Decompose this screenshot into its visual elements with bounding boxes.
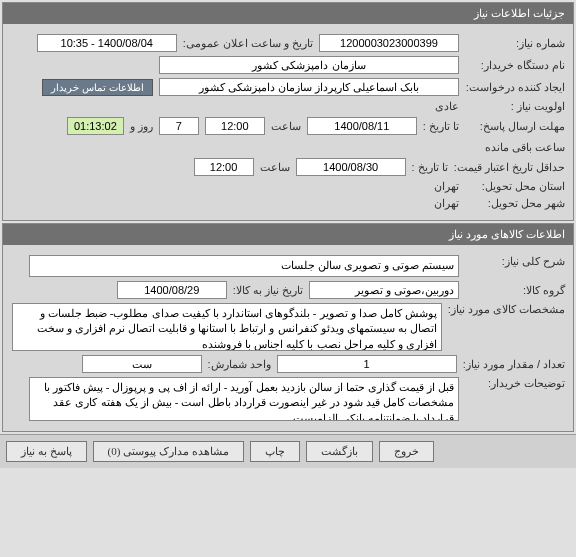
deadline-label: مهلت ارسال پاسخ: <box>465 120 565 133</box>
footer-toolbar: پاسخ به نیاز مشاهده مدارک پیوستی (0) چاپ… <box>0 434 576 468</box>
priority-label: اولویت نیاز : <box>465 100 565 113</box>
buyer-label: نام دستگاه خریدار: <box>465 59 565 72</box>
deliver-city-label: شهر محل تحویل: <box>465 197 565 210</box>
exit-button[interactable]: خروج <box>379 441 434 462</box>
announce-label: تاریخ و ساعت اعلان عمومی: <box>183 37 313 50</box>
spec-label: مشخصات کالای مورد نیاز: <box>448 303 565 316</box>
buyer-field[interactable] <box>159 56 459 74</box>
reply-button[interactable]: پاسخ به نیاز <box>6 441 87 462</box>
remain-label: ساعت باقی مانده <box>485 141 565 154</box>
panel2-header: اطلاعات کالاهای مورد نیاز <box>3 224 573 245</box>
unit-field[interactable] <box>82 355 202 373</box>
gen-desc-field[interactable] <box>29 255 459 277</box>
spec-field[interactable] <box>12 303 442 351</box>
days-field[interactable] <box>159 117 199 135</box>
panel1-header: جزئیات اطلاعات نیاز <box>3 3 573 24</box>
announce-field[interactable] <box>37 34 177 52</box>
panel2-body: شرح کلی نیاز: گروه کالا: تاریخ نیاز به ک… <box>3 245 573 431</box>
qty-label: تعداد / مقدار مورد نیاز: <box>463 358 565 371</box>
print-button[interactable]: چاپ <box>250 441 300 462</box>
buyer-notes-label: توضیحات خریدار: <box>465 377 565 390</box>
deliver-state-label: استان محل تحویل: <box>465 180 565 193</box>
group-field[interactable] <box>309 281 459 299</box>
qty-field[interactable] <box>277 355 457 373</box>
unit-label: واحد شمارش: <box>208 358 271 371</box>
validity-label: حداقل تاریخ اعتبار قیمت: <box>454 161 565 174</box>
validity-time-field[interactable] <box>194 158 254 176</box>
goods-info-panel: اطلاعات کالاهای مورد نیاز شرح کلی نیاز: … <box>2 223 574 432</box>
deliver-state-value: تهران <box>434 180 459 193</box>
need-date-field[interactable] <box>117 281 227 299</box>
to-date-label-2: تا تاریخ : <box>412 161 448 174</box>
need-info-panel: جزئیات اطلاعات نیاز شماره نیاز: تاریخ و … <box>2 2 574 221</box>
need-no-field[interactable] <box>319 34 459 52</box>
group-label: گروه کالا: <box>465 284 565 297</box>
buyer-notes-field[interactable] <box>29 377 459 421</box>
countdown-timer: 01:13:02 <box>67 117 124 135</box>
need-no-label: شماره نیاز: <box>465 37 565 50</box>
validity-date-field[interactable] <box>296 158 406 176</box>
back-button[interactable]: بازگشت <box>306 441 373 462</box>
deadline-date-field[interactable] <box>307 117 417 135</box>
deadline-time-field[interactable] <box>205 117 265 135</box>
need-date-label: تاریخ نیاز به کالا: <box>233 284 303 297</box>
time-label-1: ساعت <box>271 120 301 133</box>
creator-label: ایجاد کننده درخواست: <box>465 81 565 94</box>
time-label-2: ساعت <box>260 161 290 174</box>
days-label: روز و <box>130 120 153 133</box>
gen-desc-label: شرح کلی نیاز: <box>465 255 565 268</box>
attachments-button[interactable]: مشاهده مدارک پیوستی (0) <box>93 441 244 462</box>
panel1-body: شماره نیاز: تاریخ و ساعت اعلان عمومی: نا… <box>3 24 573 220</box>
contact-info-button[interactable]: اطلاعات تماس خریدار <box>42 79 153 96</box>
deliver-city-value: تهران <box>434 197 459 210</box>
priority-value: عادی <box>435 100 459 113</box>
creator-field[interactable] <box>159 78 459 96</box>
to-date-label: تا تاریخ : <box>423 120 459 133</box>
